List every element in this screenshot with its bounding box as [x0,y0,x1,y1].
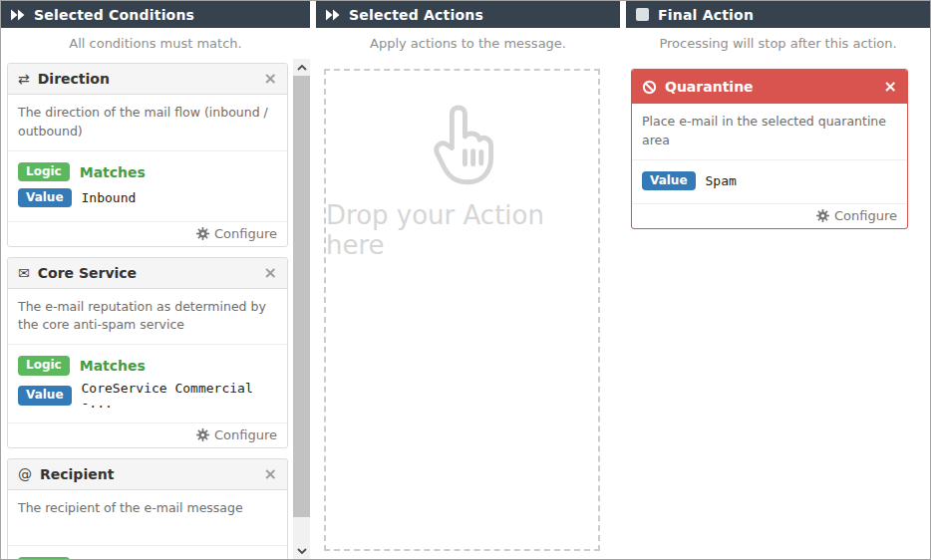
rule-builder: Selected Conditions All conditions must … [0,0,931,560]
condition-values: Logic Matches Value Inbound [8,151,287,221]
condition-card-title: Direction [38,71,110,87]
conditions-title: Selected Conditions [34,7,194,23]
condition-card-title: Recipient [40,466,114,482]
condition-card-recipient: @ Recipient × The recipient of the e-mai… [7,458,288,559]
configure-button[interactable]: Configure [632,203,907,228]
condition-description: The recipient of the e-mail message [8,490,287,546]
condition-value: CoreService Commercial -... [82,381,277,411]
close-icon[interactable]: × [264,468,277,480]
scrollbar-thumb[interactable] [293,76,310,517]
action-values: Value Spam [632,160,907,203]
conditions-scrollbar[interactable] [293,59,310,559]
condition-value: Inbound [82,190,137,205]
condition-values: Logic Matches Value Marketing Exceptions [8,546,287,559]
action-card-title: Quarantine [665,79,754,95]
action-dropzone[interactable]: Drop your Action here [324,69,600,551]
stop-icon [636,8,649,21]
logic-badge: Logic [18,162,70,181]
scroll-down-button[interactable] [293,542,310,559]
configure-label: Configure [214,427,277,442]
fast-forward-icon [11,9,25,21]
close-icon[interactable]: × [264,73,277,85]
final-action-card-quarantine: Quarantine × Place e-mail in the selecte… [631,69,908,229]
logic-badge: Logic [18,557,70,559]
actions-title: Selected Actions [349,7,483,23]
condition-values: Logic Matches Value CoreService Commerci… [8,345,287,422]
condition-description: The direction of the mail flow (inbound … [8,95,287,151]
conditions-subtitle: All conditions must match. [1,28,310,59]
condition-card-header: @ Recipient × [8,459,287,490]
logic-badge: Logic [18,356,70,375]
configure-label: Configure [214,226,277,241]
configure-button[interactable]: Configure [8,422,287,447]
logic-value: Matches [80,164,146,180]
action-card-header: Quarantine × [632,70,907,104]
value-badge: Value [642,171,696,190]
final-action-subtitle: Processing will stop after this action. [626,28,930,59]
logic-value: Matches [80,358,146,374]
actions-header: Selected Actions [316,1,620,28]
fast-forward-icon [326,9,340,21]
value-badge: Value [18,386,72,405]
condition-card-core-service: ✉ Core Service × The e-mail reputation a… [7,257,288,449]
actions-subtitle: Apply actions to the message. [316,28,620,59]
final-action-column: Final Action Processing will stop after … [626,1,930,559]
close-icon[interactable]: × [884,81,897,93]
final-action-title: Final Action [658,7,754,23]
actions-column: Selected Actions Apply actions to the me… [316,1,620,559]
condition-card-header: ⇄ Direction × [8,64,287,95]
condition-card-header: ✉ Core Service × [8,258,287,289]
close-icon[interactable]: × [264,267,277,279]
envelope-icon: ✉ [18,265,30,281]
action-value: Spam [706,173,737,188]
gear-icon [196,428,209,441]
condition-description: The e-mail reputation as determined by t… [8,289,287,346]
final-action-header: Final Action [626,1,930,28]
action-description: Place e-mail in the selected quarantine … [632,104,907,160]
dropzone-label: Drop your Action here [326,200,598,260]
conditions-column: Selected Conditions All conditions must … [1,1,310,559]
configure-button[interactable]: Configure [8,221,287,246]
scroll-up-button[interactable] [293,59,310,76]
at-icon: @ [18,466,32,482]
direction-icon: ⇄ [18,71,30,87]
gear-icon [196,227,209,240]
hand-pointer-icon [415,101,510,194]
configure-label: Configure [834,208,897,223]
condition-card-direction: ⇄ Direction × The direction of the mail … [7,63,288,247]
gear-icon [816,209,829,222]
conditions-card-list: ⇄ Direction × The direction of the mail … [1,59,293,559]
value-badge: Value [18,188,72,207]
condition-card-title: Core Service [38,265,137,281]
conditions-header: Selected Conditions [1,1,310,28]
ban-icon [642,80,657,95]
